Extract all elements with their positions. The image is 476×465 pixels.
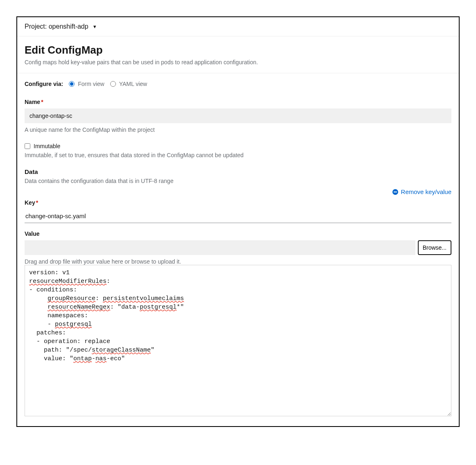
remove-keyvalue-label: Remove key/value — [401, 188, 451, 195]
value-textarea[interactable]: version: v1 resourceModifierRules: - con… — [25, 265, 451, 416]
caret-down-icon: ▼ — [93, 24, 97, 29]
value-section: Value Browse... Drag and drop file with … — [25, 230, 451, 416]
project-name: openshift-adp — [49, 23, 88, 30]
immutable-label: Immutable — [34, 143, 60, 149]
key-label-text: Key — [25, 199, 35, 206]
name-label: Name* — [25, 99, 451, 105]
yaml-view-label: YAML view — [119, 81, 147, 87]
yaml-view-radio-input[interactable] — [110, 81, 116, 87]
required-indicator: * — [41, 99, 43, 105]
svg-rect-1 — [394, 192, 397, 192]
data-section-helper: Data contains the configuration data tha… — [25, 178, 451, 184]
key-input[interactable] — [25, 209, 451, 223]
immutable-section: Immutable Immutable, if set to true, ens… — [25, 143, 451, 158]
remove-keyvalue-button[interactable]: Remove key/value — [392, 188, 451, 195]
immutable-helper: Immutable, if set to true, ensures that … — [25, 152, 451, 158]
page-description: Config maps hold key-value pairs that ca… — [25, 59, 451, 65]
configure-via-row: Configure via: Form view YAML view — [25, 79, 451, 87]
data-section: Data Data contains the configuration dat… — [25, 168, 451, 195]
name-section: Name* A unique name for the ConfigMap wi… — [25, 99, 451, 133]
configmap-edit-page: Project: openshift-adp ▼ Edit ConfigMap … — [16, 16, 460, 427]
project-dropdown[interactable]: Project: openshift-adp ▼ — [25, 23, 97, 30]
configure-via-label: Configure via: — [25, 81, 63, 87]
project-prefix: Project: — [25, 23, 47, 30]
form-view-radio-input[interactable] — [69, 81, 75, 87]
data-section-label: Data — [25, 168, 451, 175]
required-indicator: * — [36, 199, 38, 206]
minus-circle-icon — [392, 189, 399, 195]
project-selector-bar: Project: openshift-adp ▼ — [17, 17, 459, 36]
value-label: Value — [25, 230, 451, 237]
main-content: Edit ConfigMap Config maps hold key-valu… — [17, 36, 459, 426]
browse-button[interactable]: Browse... — [418, 240, 451, 255]
key-section: Key* — [25, 199, 451, 223]
value-drop-helper: Drag and drop file with your value here … — [25, 258, 451, 265]
immutable-checkbox[interactable] — [25, 143, 30, 149]
divider — [17, 73, 459, 73]
name-helper: A unique name for the ConfigMap within t… — [25, 126, 451, 133]
page-title: Edit ConfigMap — [25, 44, 451, 56]
value-dropzone[interactable] — [25, 240, 415, 255]
form-view-radio[interactable]: Form view — [69, 81, 104, 87]
yaml-view-radio[interactable]: YAML view — [110, 81, 147, 87]
name-label-text: Name — [25, 99, 40, 105]
name-input[interactable] — [25, 108, 451, 123]
key-label: Key* — [25, 199, 451, 206]
form-view-label: Form view — [78, 81, 104, 87]
